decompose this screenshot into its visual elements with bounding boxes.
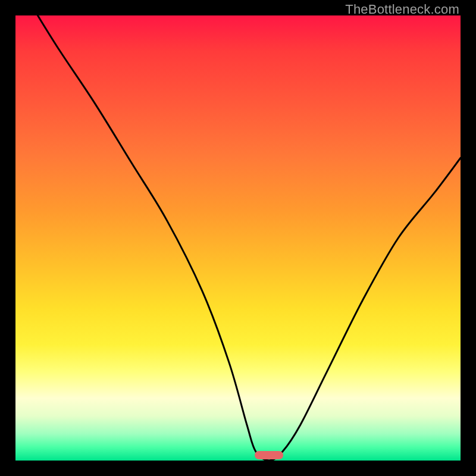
curve-path — [37, 15, 461, 461]
optimum-marker — [255, 451, 283, 459]
chart-frame: TheBottleneck.com — [0, 0, 476, 476]
plot-area — [15, 15, 461, 461]
bottleneck-curve — [15, 15, 461, 461]
